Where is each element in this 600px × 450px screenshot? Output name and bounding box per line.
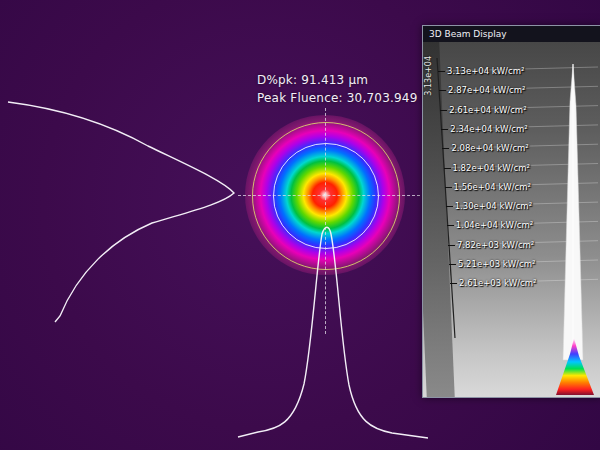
axis-tick xyxy=(445,187,452,188)
axis-tick xyxy=(446,206,453,207)
legend-label: 2.34e+04 kW/cm² xyxy=(441,124,527,134)
legend-label: 1.56e+04 kW/cm² xyxy=(445,182,531,192)
3d-window-title[interactable]: 3D Beam Display xyxy=(423,26,600,42)
legend-label: 5.21e+03 kW/cm² xyxy=(449,259,535,269)
z-axis-line xyxy=(437,58,455,338)
axis-tick xyxy=(442,148,449,149)
axis-tick xyxy=(439,90,446,91)
legend-label: 7.82e+03 kW/cm² xyxy=(448,240,534,250)
axis-tick xyxy=(450,283,457,284)
3d-plot-area: 3.13e+04 xyxy=(423,42,600,397)
axis-tick xyxy=(447,225,454,226)
legend-label: 1.04e+04 kW/cm² xyxy=(447,220,533,230)
axis-tick xyxy=(440,110,447,111)
3d-colored-peak xyxy=(556,338,594,395)
axis-tick xyxy=(448,245,455,246)
axis-tick xyxy=(441,129,448,130)
legend-label: 2.08e+04 kW/cm² xyxy=(442,143,528,153)
horizontal-profile-curve xyxy=(238,227,428,438)
legend-label: 2.87e+04 kW/cm² xyxy=(439,85,525,95)
legend-label: 1.30e+04 kW/cm² xyxy=(446,201,532,211)
beam-profiler-workspace: D%pk: 91.413 μm Peak Fluence: 30,703.949… xyxy=(0,0,600,450)
axis-tick xyxy=(449,264,456,265)
legend-label: 1.82e+04 kW/cm² xyxy=(444,163,530,173)
3d-beam-display-window[interactable]: 3D Beam Display 3.13e+04 xyxy=(422,25,600,398)
axis-tick xyxy=(444,168,451,169)
vertical-profile-curve xyxy=(8,102,234,322)
legend-label: 2.61e+03 kW/cm² xyxy=(450,278,536,288)
axis-tick xyxy=(438,71,445,72)
legend-label: 3.13e+04 kW/cm² xyxy=(438,66,524,76)
legend-label: 2.61e+04 kW/cm² xyxy=(440,105,526,115)
